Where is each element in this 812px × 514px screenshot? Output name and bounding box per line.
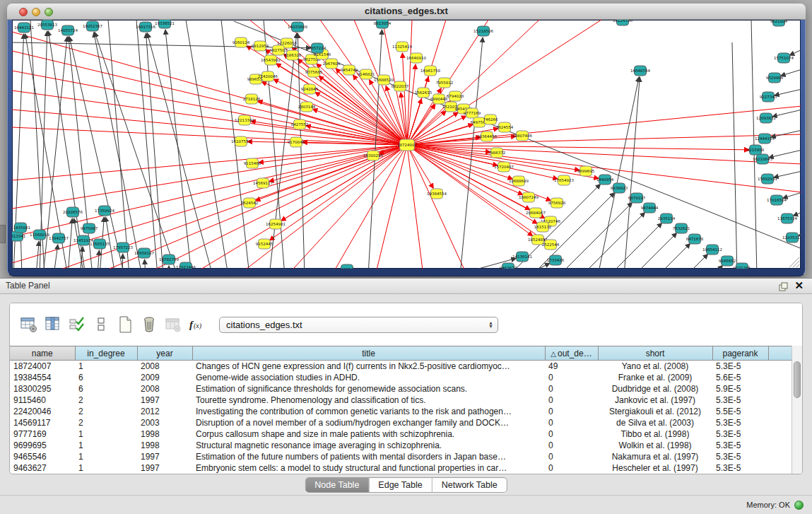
graph-node[interactable]: 746266 — [483, 115, 498, 124]
window-titlebar[interactable]: citations_edges.txt — [7, 4, 806, 20]
resize-grip-icon[interactable] — [789, 257, 799, 267]
tab-network-table[interactable]: Network Table — [433, 478, 507, 492]
graph-node[interactable]: 9245652 — [719, 256, 736, 266]
graph-node[interactable]: 18807249 — [519, 192, 539, 202]
graph-node[interactable]: 3624554 — [496, 122, 514, 132]
graph-node[interactable]: 8427552 — [291, 119, 309, 129]
graph-node[interactable]: 7624542 — [241, 198, 259, 208]
table-row[interactable]: 1872400712008Changes of HCN gene express… — [10, 361, 792, 373]
graph-node[interactable]: 7632621 — [673, 223, 690, 233]
graph-node[interactable]: 11435081 — [12, 223, 30, 233]
table-row[interactable]: 2242004622012Investigating the contribut… — [10, 406, 792, 417]
graph-node[interactable]: 9975887 — [81, 223, 98, 233]
graph-node[interactable]: 12035312 — [782, 233, 801, 243]
graph-node[interactable]: 20553813 — [37, 20, 57, 30]
close-panel-icon[interactable]: ✕ — [794, 279, 804, 292]
graph-node[interactable]: 1615132 — [534, 222, 552, 232]
graph-node[interactable]: 9170046 — [288, 137, 305, 147]
show-columns-icon[interactable] — [41, 313, 65, 336]
graph-node[interactable]: 10654112 — [702, 245, 722, 255]
graph-node[interactable]: 8471678 — [686, 234, 704, 244]
network-graph[interactable]: 1872400791601248912954122260589827503165… — [12, 20, 801, 269]
graph-edge[interactable] — [774, 171, 801, 177]
graph-edge[interactable] — [775, 89, 801, 95]
graph-node[interactable]: 9160124 — [233, 37, 250, 47]
graph-node[interactable]: 2967608 — [323, 59, 341, 69]
zoom-window-icon[interactable] — [45, 8, 53, 16]
graph-node[interactable]: 13942757 — [49, 233, 69, 243]
table-row[interactable]: 946362711997Embryonic stem cells: a mode… — [10, 462, 792, 474]
graph-node[interactable]: 17359924 — [95, 206, 114, 216]
graph-edge[interactable] — [769, 150, 801, 158]
graph-edge[interactable] — [598, 77, 639, 269]
graph-edge[interactable] — [98, 250, 99, 269]
graph-edge[interactable] — [781, 69, 801, 76]
function-builder-icon[interactable]: f(x) — [185, 313, 209, 336]
table-row[interactable]: 977716911998Corpus callosum shape and si… — [10, 428, 792, 440]
table-row[interactable]: 1456911722003Disruption of a novel membe… — [10, 417, 792, 428]
graph-node[interactable]: 2522544 — [542, 240, 560, 250]
graph-node[interactable]: 14136141 — [512, 252, 532, 262]
graph-edge[interactable] — [771, 130, 801, 137]
graph-edge[interactable] — [12, 145, 407, 209]
graph-edge[interactable] — [136, 20, 158, 269]
graph-node[interactable]: 8454749 — [341, 65, 358, 75]
table-mode-icon[interactable] — [89, 313, 113, 336]
graph-edge[interactable] — [582, 212, 645, 269]
graph-node[interactable]: 9621004 — [770, 20, 788, 26]
graph-edge[interactable] — [142, 145, 407, 269]
table-row[interactable]: 911546021997Tourette syndrome. Phenomeno… — [10, 395, 792, 406]
graph-node[interactable]: 16648784 — [630, 66, 650, 76]
graph-edge[interactable] — [269, 145, 407, 240]
graph-node[interactable]: 16958107 — [134, 248, 154, 258]
graph-node[interactable]: 19336521 — [155, 20, 175, 28]
graph-edge[interactable] — [259, 145, 407, 163]
graph-node[interactable]: 17016504 — [767, 195, 787, 205]
graph-node[interactable]: 9777169 — [464, 108, 481, 118]
float-panel-icon[interactable] — [779, 281, 788, 294]
graph-node[interactable]: 20364456 — [477, 132, 497, 141]
column-header-short[interactable]: short — [598, 346, 712, 361]
graph-node[interactable]: 8938923 — [611, 183, 628, 193]
graph-edge[interactable] — [12, 32, 407, 145]
graph-node[interactable]: 12923446 — [176, 262, 196, 269]
graph-edge[interactable] — [407, 145, 533, 236]
graph-edge[interactable] — [407, 20, 412, 145]
memory-ok-icon[interactable] — [794, 501, 804, 510]
graph-node[interactable]: 18724007 — [397, 139, 417, 151]
graph-node[interactable]: 9463627 — [500, 263, 517, 269]
table-settings-icon[interactable] — [17, 313, 41, 336]
graph-node[interactable]: 10807486 — [512, 131, 532, 141]
graph-node[interactable]: 1440954 — [596, 175, 614, 185]
scrollbar-thumb[interactable] — [794, 361, 801, 398]
graph-edge[interactable] — [147, 33, 213, 269]
graph-node[interactable]: 14055724 — [58, 25, 78, 35]
tab-edge-table[interactable]: Edge Table — [369, 478, 432, 492]
graph-node[interactable]: 20206576 — [63, 207, 83, 217]
graph-node[interactable]: 9465546 — [339, 264, 356, 269]
graph-edge[interactable] — [269, 145, 407, 182]
graph-edge[interactable] — [315, 92, 407, 145]
graph-node[interactable]: 16640910 — [406, 53, 426, 63]
graph-edge[interactable] — [772, 110, 801, 117]
graph-edge[interactable] — [186, 20, 228, 269]
graph-node[interactable]: 9756928 — [548, 198, 566, 208]
graph-edge[interactable] — [407, 145, 423, 269]
graph-node[interactable]: 16254981 — [266, 219, 286, 229]
graph-node[interactable]: 17654923 — [554, 175, 574, 185]
graph-node[interactable]: 7955812 — [436, 78, 454, 88]
delete-column-icon[interactable] — [137, 313, 161, 336]
graph-node[interactable]: 16961758 — [420, 66, 440, 76]
close-window-icon[interactable] — [19, 8, 28, 16]
table-scrollbar[interactable] — [792, 346, 802, 474]
graph-node[interactable]: 7986372 — [488, 148, 506, 158]
graph-edge[interactable] — [789, 49, 801, 55]
table-selector-dropdown[interactable]: citations_edges.txt ▲▼ — [219, 317, 498, 333]
graph-node[interactable]: 10688609 — [509, 176, 529, 186]
column-header-out_degree[interactable]: △out_de… — [545, 346, 598, 361]
network-canvas[interactable]: 1872400791601248912954122260589827503165… — [12, 20, 801, 269]
tab-node-table[interactable]: Node Table — [305, 478, 369, 492]
graph-edge[interactable] — [407, 145, 433, 188]
graph-node[interactable]: 6879197 — [628, 193, 646, 203]
graph-node[interactable]: 8822037 — [392, 81, 409, 91]
